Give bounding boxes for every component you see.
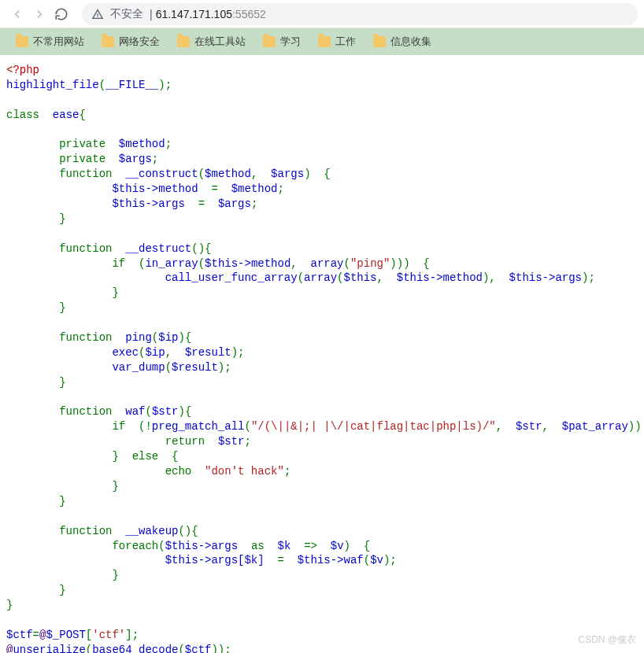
folder-icon xyxy=(16,36,28,47)
url-input[interactable]: 不安全 | 61.147.171.105:55652 xyxy=(82,3,638,25)
bookmark-item[interactable]: 在线工具站 xyxy=(171,31,252,52)
bookmark-label: 信息收集 xyxy=(390,35,431,49)
folder-icon xyxy=(318,36,331,47)
bookmark-label: 在线工具站 xyxy=(194,35,246,49)
bookmark-label: 网络安全 xyxy=(119,35,160,49)
warning-icon xyxy=(91,8,104,20)
folder-icon xyxy=(373,36,386,47)
forward-button[interactable] xyxy=(28,3,50,25)
bookmark-item[interactable]: 工作 xyxy=(312,31,362,52)
back-button[interactable] xyxy=(6,3,28,25)
folder-icon xyxy=(102,36,114,47)
folder-icon xyxy=(177,36,190,47)
reload-button[interactable] xyxy=(50,3,72,25)
address-bar: 不安全 | 61.147.171.105:55652 xyxy=(0,0,644,28)
folder-icon xyxy=(263,36,276,47)
php-source-code: <?php highlight_file(__FILE__); class ea… xyxy=(0,55,644,653)
url-separator: | xyxy=(150,8,153,20)
url-host: 61.147.171.105 xyxy=(156,8,232,20)
url-port: :55652 xyxy=(232,8,266,20)
bookmark-item[interactable]: 学习 xyxy=(257,31,307,52)
insecure-label: 不安全 xyxy=(110,7,143,21)
bookmark-label: 不常用网站 xyxy=(33,35,84,49)
bookmark-item[interactable]: 网络安全 xyxy=(95,31,166,52)
bookmark-label: 学习 xyxy=(280,35,301,49)
watermark: CSDN @偃衣 xyxy=(578,633,636,647)
bookmark-label: 工作 xyxy=(335,35,356,49)
bookmark-item[interactable]: 不常用网站 xyxy=(9,31,91,52)
bookmark-item[interactable]: 信息收集 xyxy=(367,31,438,52)
bookmark-bar: 不常用网站 网络安全 在线工具站 学习 工作 信息收集 xyxy=(0,28,644,55)
